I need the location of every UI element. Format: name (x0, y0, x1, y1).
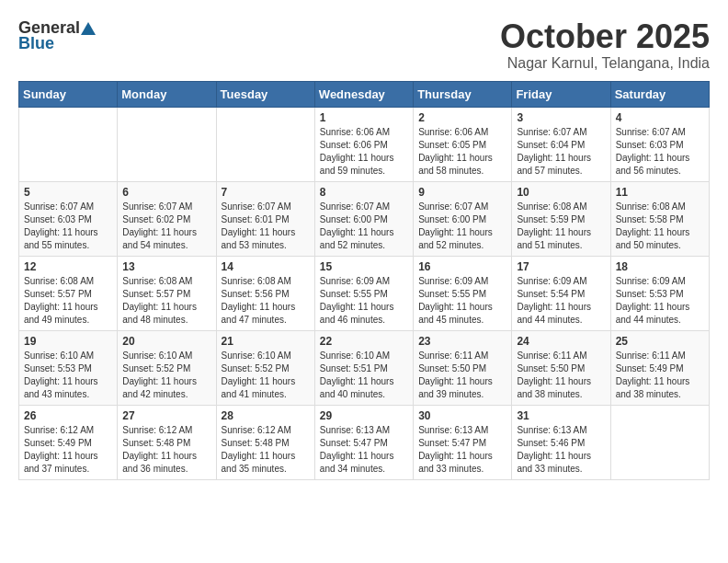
day-number: 7 (222, 186, 310, 199)
calendar-cell: 29Sunrise: 6:13 AM Sunset: 5:47 PM Dayli… (314, 405, 413, 479)
cell-info: Sunrise: 6:09 AM Sunset: 5:54 PM Dayligh… (517, 275, 605, 327)
calendar-week-row: 12Sunrise: 6:08 AM Sunset: 5:57 PM Dayli… (19, 256, 710, 330)
cell-info: Sunrise: 6:09 AM Sunset: 5:55 PM Dayligh… (320, 275, 408, 327)
calendar-cell: 26Sunrise: 6:12 AM Sunset: 5:49 PM Dayli… (19, 405, 118, 479)
cell-info: Sunrise: 6:13 AM Sunset: 5:46 PM Dayligh… (517, 424, 605, 476)
calendar-cell (216, 107, 314, 181)
cell-info: Sunrise: 6:10 AM Sunset: 5:52 PM Dayligh… (122, 350, 210, 401)
calendar-cell: 11Sunrise: 6:08 AM Sunset: 5:58 PM Dayli… (610, 181, 709, 256)
calendar-cell: 22Sunrise: 6:10 AM Sunset: 5:51 PM Dayli… (314, 330, 413, 405)
day-number: 30 (418, 409, 506, 422)
weekday-header: Friday (512, 81, 610, 107)
cell-info: Sunrise: 6:10 AM Sunset: 5:52 PM Dayligh… (222, 350, 310, 401)
cell-info: Sunrise: 6:12 AM Sunset: 5:48 PM Dayligh… (122, 424, 210, 476)
weekday-header: Thursday (414, 81, 512, 107)
day-number: 23 (418, 335, 506, 348)
calendar-week-row: 5Sunrise: 6:07 AM Sunset: 6:03 PM Daylig… (19, 181, 710, 256)
calendar-cell (118, 107, 216, 181)
day-number: 14 (222, 260, 310, 273)
calendar-cell: 21Sunrise: 6:10 AM Sunset: 5:52 PM Dayli… (216, 330, 314, 405)
calendar-table: SundayMondayTuesdayWednesdayThursdayFrid… (18, 81, 710, 480)
logo: General Blue (18, 18, 97, 53)
weekday-header: Monday (118, 81, 216, 107)
cell-info: Sunrise: 6:08 AM Sunset: 5:56 PM Dayligh… (222, 275, 310, 327)
day-number: 10 (517, 186, 605, 199)
calendar-cell: 20Sunrise: 6:10 AM Sunset: 5:52 PM Dayli… (118, 330, 216, 405)
calendar-week-row: 1Sunrise: 6:06 AM Sunset: 6:06 PM Daylig… (19, 107, 710, 181)
calendar-cell: 17Sunrise: 6:09 AM Sunset: 5:54 PM Dayli… (512, 256, 610, 330)
calendar-cell: 13Sunrise: 6:08 AM Sunset: 5:57 PM Dayli… (118, 256, 216, 330)
day-number: 17 (517, 260, 605, 273)
calendar-week-row: 26Sunrise: 6:12 AM Sunset: 5:49 PM Dayli… (19, 405, 710, 479)
day-number: 1 (320, 111, 408, 124)
page-header: General Blue October 2025 Nagar Karnul, … (18, 18, 710, 72)
day-number: 25 (616, 335, 704, 348)
cell-info: Sunrise: 6:11 AM Sunset: 5:50 PM Dayligh… (418, 350, 506, 401)
calendar-cell: 6Sunrise: 6:07 AM Sunset: 6:02 PM Daylig… (118, 181, 216, 256)
month-title: October 2025 (500, 18, 710, 55)
day-number: 2 (418, 111, 506, 124)
day-number: 4 (616, 111, 704, 124)
day-number: 11 (616, 186, 704, 199)
calendar-cell: 30Sunrise: 6:13 AM Sunset: 5:47 PM Dayli… (414, 405, 512, 479)
calendar-cell: 24Sunrise: 6:11 AM Sunset: 5:50 PM Dayli… (512, 330, 610, 405)
calendar-cell: 19Sunrise: 6:10 AM Sunset: 5:53 PM Dayli… (19, 330, 118, 405)
cell-info: Sunrise: 6:11 AM Sunset: 5:50 PM Dayligh… (517, 350, 605, 401)
calendar-cell: 27Sunrise: 6:12 AM Sunset: 5:48 PM Dayli… (118, 405, 216, 479)
day-number: 6 (122, 186, 210, 199)
calendar-cell: 23Sunrise: 6:11 AM Sunset: 5:50 PM Dayli… (414, 330, 512, 405)
calendar-cell: 5Sunrise: 6:07 AM Sunset: 6:03 PM Daylig… (19, 181, 118, 256)
day-number: 29 (320, 409, 408, 422)
cell-info: Sunrise: 6:06 AM Sunset: 6:05 PM Dayligh… (418, 126, 506, 178)
cell-info: Sunrise: 6:13 AM Sunset: 5:47 PM Dayligh… (418, 424, 506, 476)
cell-info: Sunrise: 6:10 AM Sunset: 5:51 PM Dayligh… (320, 350, 408, 401)
calendar-cell: 15Sunrise: 6:09 AM Sunset: 5:55 PM Dayli… (314, 256, 413, 330)
day-number: 27 (122, 409, 210, 422)
calendar-cell: 18Sunrise: 6:09 AM Sunset: 5:53 PM Dayli… (610, 256, 709, 330)
cell-info: Sunrise: 6:12 AM Sunset: 5:49 PM Dayligh… (24, 424, 112, 476)
calendar-header-row: SundayMondayTuesdayWednesdayThursdayFrid… (19, 81, 710, 107)
weekday-header: Sunday (19, 81, 118, 107)
day-number: 12 (24, 260, 112, 273)
day-number: 16 (418, 260, 506, 273)
calendar-cell: 7Sunrise: 6:07 AM Sunset: 6:01 PM Daylig… (216, 181, 314, 256)
day-number: 15 (320, 260, 408, 273)
day-number: 28 (222, 409, 310, 422)
cell-info: Sunrise: 6:08 AM Sunset: 5:57 PM Dayligh… (122, 275, 210, 327)
cell-info: Sunrise: 6:09 AM Sunset: 5:53 PM Dayligh… (616, 275, 704, 327)
calendar-cell: 25Sunrise: 6:11 AM Sunset: 5:49 PM Dayli… (610, 330, 709, 405)
weekday-header: Tuesday (216, 81, 314, 107)
day-number: 8 (320, 186, 408, 199)
calendar-cell (19, 107, 118, 181)
day-number: 5 (24, 186, 112, 199)
cell-info: Sunrise: 6:08 AM Sunset: 5:58 PM Dayligh… (616, 201, 704, 252)
day-number: 21 (222, 335, 310, 348)
title-block: October 2025 Nagar Karnul, Telangana, In… (500, 18, 710, 72)
location-title: Nagar Karnul, Telangana, India (500, 55, 710, 72)
day-number: 19 (24, 335, 112, 348)
calendar-cell: 12Sunrise: 6:08 AM Sunset: 5:57 PM Dayli… (19, 256, 118, 330)
weekday-header: Saturday (610, 81, 709, 107)
logo-arrow-icon (81, 22, 96, 35)
calendar-cell: 9Sunrise: 6:07 AM Sunset: 6:00 PM Daylig… (414, 181, 512, 256)
cell-info: Sunrise: 6:09 AM Sunset: 5:55 PM Dayligh… (418, 275, 506, 327)
cell-info: Sunrise: 6:12 AM Sunset: 5:48 PM Dayligh… (222, 424, 310, 476)
cell-info: Sunrise: 6:13 AM Sunset: 5:47 PM Dayligh… (320, 424, 408, 476)
day-number: 20 (122, 335, 210, 348)
day-number: 31 (517, 409, 605, 422)
cell-info: Sunrise: 6:08 AM Sunset: 5:59 PM Dayligh… (517, 201, 605, 252)
svg-marker-0 (81, 22, 96, 35)
calendar-cell: 10Sunrise: 6:08 AM Sunset: 5:59 PM Dayli… (512, 181, 610, 256)
cell-info: Sunrise: 6:07 AM Sunset: 6:00 PM Dayligh… (418, 201, 506, 252)
calendar-cell: 28Sunrise: 6:12 AM Sunset: 5:48 PM Dayli… (216, 405, 314, 479)
cell-info: Sunrise: 6:11 AM Sunset: 5:49 PM Dayligh… (616, 350, 704, 401)
cell-info: Sunrise: 6:06 AM Sunset: 6:06 PM Dayligh… (320, 126, 408, 178)
calendar-cell: 3Sunrise: 6:07 AM Sunset: 6:04 PM Daylig… (512, 107, 610, 181)
calendar-cell: 1Sunrise: 6:06 AM Sunset: 6:06 PM Daylig… (314, 107, 413, 181)
cell-info: Sunrise: 6:07 AM Sunset: 6:02 PM Dayligh… (122, 201, 210, 252)
calendar-cell (610, 405, 709, 479)
logo-blue-text: Blue (18, 34, 54, 53)
calendar-cell: 14Sunrise: 6:08 AM Sunset: 5:56 PM Dayli… (216, 256, 314, 330)
cell-info: Sunrise: 6:07 AM Sunset: 6:00 PM Dayligh… (320, 201, 408, 252)
day-number: 13 (122, 260, 210, 273)
